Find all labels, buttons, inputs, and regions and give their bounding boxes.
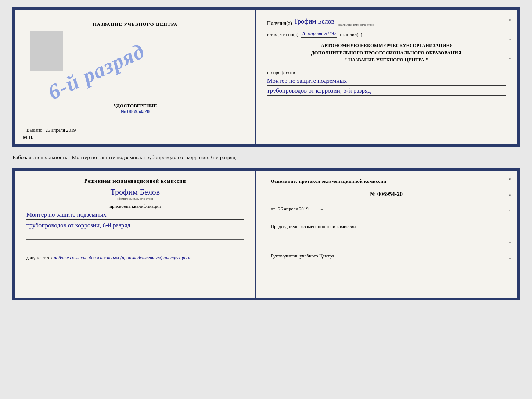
predsedatel-label: Председатель экзаменационной комиссии xyxy=(271,223,502,231)
cert-top-left: НАЗВАНИЕ УЧЕБНОГО ЦЕНТРА 6-й разряд УДОС… xyxy=(15,10,256,144)
dopuskaetsya-line: допускается к работе согласно должностны… xyxy=(26,255,244,261)
middle-text: Рабочая специальность - Монтер по защите… xyxy=(12,152,520,164)
poluchil-line: Получил(а) Трофим Белов (фамилия, имя, о… xyxy=(267,18,506,26)
dopusk-text: работе согласно должностным (производств… xyxy=(54,255,190,260)
right-decoration-bottom: И а ← – – – – – xyxy=(506,171,514,298)
vtom-line: в том, что он(а) 26 апреля 2019г. окончи… xyxy=(267,31,506,38)
vydano-label: Выдано xyxy=(26,127,42,133)
name-block-bottom: Трофим Белов (фамилия, имя, отчество) xyxy=(26,187,244,200)
vydano-date: 26 апреля 2019 xyxy=(46,127,76,133)
rukovoditel-signature-line xyxy=(271,262,326,269)
blank-line-1 xyxy=(26,232,244,240)
mp-line: М.П. xyxy=(23,135,33,140)
cert-number: № 006954-20 xyxy=(114,109,157,115)
predsedatel-signature-line xyxy=(271,232,326,239)
protocol-date: 26 апреля 2019 xyxy=(278,206,309,212)
qualification-line1: Монтер по защите подземных xyxy=(26,211,244,220)
profession-line2-top: трубопроводов от коррозии, 6-й разряд xyxy=(267,87,506,96)
diagonal-stamp-text: 6-й разряд xyxy=(44,38,148,104)
okonchil-suffix: окончил(а) xyxy=(340,32,362,38)
ot-line: от 26 апреля 2019 – xyxy=(271,206,502,212)
resheniem-line: Решением экзаменационной комиссии xyxy=(26,178,244,184)
blank-line-2 xyxy=(26,242,244,249)
right-decoration-top: И а ← – – – – xyxy=(506,10,514,144)
poluchil-prefix: Получил(а) xyxy=(267,21,292,26)
org-line2: ДОПОЛНИТЕЛЬНОГО ПРОФЕССИОНАЛЬНОГО ОБРАЗО… xyxy=(267,49,506,57)
recipient-name-top: Трофим Белов xyxy=(294,18,334,26)
cert-top-right: Получил(а) Трофим Белов (фамилия, имя, о… xyxy=(256,10,517,144)
cert-bottom-left: Решением экзаменационной комиссии Трофим… xyxy=(15,171,256,298)
profession-line1-top: Монтер по защите подземных xyxy=(267,77,506,86)
prisvoena-line: присвоена квалификация xyxy=(26,203,244,209)
vydano-line: Выдано 26 апреля 2019 xyxy=(26,127,76,133)
center-title: НАЗВАНИЕ УЧЕБНОГО ЦЕНТРА xyxy=(93,21,178,27)
rukovoditel-label: Руководитель учебного Центра xyxy=(271,252,502,260)
cert-bottom-right: Основание: протокол экзаменационной коми… xyxy=(256,171,517,298)
dopuskaetsya-prefix: допускается к xyxy=(26,255,53,260)
org-block: АВТОНОМНУЮ НЕКОММЕРЧЕСКУЮ ОРГАНИЗАЦИЮ ДО… xyxy=(267,42,506,64)
qualification-line2: трубопроводов от коррозии, 6-й разряд xyxy=(26,222,244,230)
org-name: " НАЗВАНИЕ УЧЕБНОГО ЦЕНТРА " xyxy=(267,56,506,64)
protocol-number: № 006954-20 xyxy=(271,191,502,197)
recipient-name-bottom: Трофим Белов xyxy=(110,187,160,197)
fio-label-top: (фамилия, имя, отчество) xyxy=(338,23,374,26)
profession-block: по профессии Монтер по защите подземных … xyxy=(267,70,506,96)
completion-date: 26 апреля 2019г. xyxy=(301,31,337,38)
certificate-bottom: Решением экзаменационной комиссии Трофим… xyxy=(12,168,520,300)
diagonal-stamp: 6-й разряд xyxy=(45,35,148,108)
fio-label-bottom: (фамилия, имя, отчество) xyxy=(26,197,244,200)
certificate-top: НАЗВАНИЕ УЧЕБНОГО ЦЕНТРА 6-й разряд УДОС… xyxy=(12,7,520,147)
rukovoditel-block: Руководитель учебного Центра xyxy=(271,252,502,271)
stamp-area: 6-й разряд xyxy=(26,27,244,137)
dash-separator: – xyxy=(377,21,380,26)
osnovanie-line: Основание: протокол экзаменационной коми… xyxy=(271,178,502,184)
predsedatel-block: Председатель экзаменационной комиссии xyxy=(271,223,502,242)
vtom-prefix: в том, что он(а) xyxy=(267,32,299,38)
document-container: НАЗВАНИЕ УЧЕБНОГО ЦЕНТРА 6-й разряд УДОС… xyxy=(12,7,520,300)
udostoverenie-label: УДОСТОВЕРЕНИЕ xyxy=(114,103,157,109)
ot-prefix: от xyxy=(271,206,275,211)
org-line1: АВТОНОМНУЮ НЕКОММЕРЧЕСКУЮ ОРГАНИЗАЦИЮ xyxy=(267,42,506,49)
cert-number-block: УДОСТОВЕРЕНИЕ № 006954-20 xyxy=(114,103,157,115)
po-professii-label: по профессии xyxy=(267,70,295,75)
